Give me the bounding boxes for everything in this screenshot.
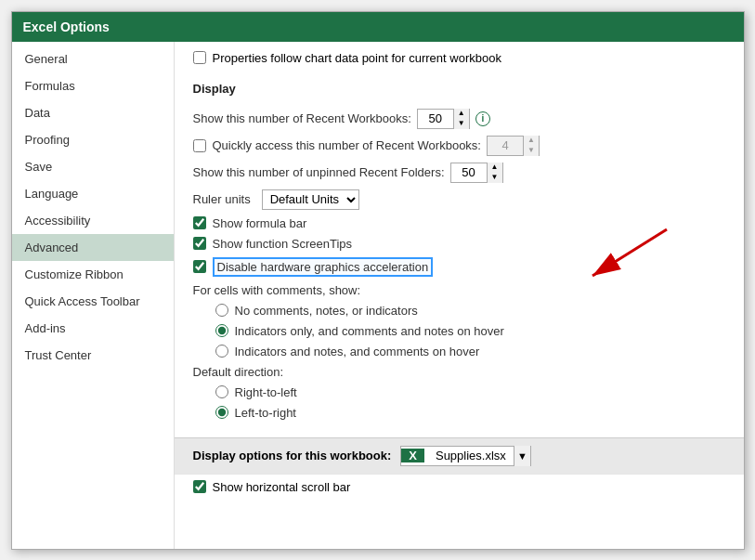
quick-access-workbooks-checkbox[interactable] [193, 139, 206, 152]
show-function-screentips-label: Show function ScreenTips [213, 237, 353, 251]
sidebar-item-data[interactable]: Data [12, 99, 174, 126]
ruler-units-select[interactable]: Default Units Inches Centimeters Millime… [262, 189, 359, 210]
no-comments-radio[interactable] [215, 304, 228, 317]
cells-with-comments-label: For cells with comments, show: [193, 283, 361, 297]
ruler-units-row: Ruler units Default Units Inches Centime… [193, 189, 725, 210]
workbook-dropdown-button[interactable]: ▼ [514, 446, 530, 466]
sidebar-item-proofing[interactable]: Proofing [12, 126, 174, 153]
dialog-title: Excel Options [23, 20, 110, 34]
quick-access-workbooks-row: Quickly access this number of Recent Wor… [193, 136, 725, 156]
indicators-only-radio[interactable] [215, 324, 228, 337]
sidebar-item-save[interactable]: Save [12, 153, 174, 180]
indicators-and-notes-row: Indicators and notes, and comments on ho… [215, 345, 725, 358]
ruler-units-label: Ruler units [193, 192, 251, 206]
disable-hardware-label: Disable hardware graphics acceleration [217, 260, 429, 274]
title-bar: Excel Options [12, 12, 744, 42]
right-to-left-radio[interactable] [215, 385, 228, 398]
recent-workbooks-info-icon[interactable]: i [475, 111, 490, 126]
display-options-workbook-header: Display options for this workbook: [193, 449, 392, 462]
display-section: Display Show this number of Recent Workb… [175, 71, 744, 437]
recent-folders-spinbox[interactable]: 50 ▲ ▼ [450, 163, 503, 183]
recent-workbooks-spinbox[interactable]: 50 ▲ ▼ [417, 109, 470, 129]
quick-access-input[interactable]: 4 [488, 137, 523, 155]
top-option-row: Properties follow chart data point for c… [175, 42, 744, 71]
show-formula-bar-label: Show formula bar [213, 216, 307, 230]
recent-folders-row: Show this number of unpinned Recent Fold… [193, 163, 725, 183]
show-formula-bar-checkbox[interactable] [193, 216, 206, 229]
default-direction-label-row: Default direction: [193, 365, 725, 379]
sidebar-item-general[interactable]: General [12, 46, 174, 72]
indicators-only-label: Indicators only, and comments and notes … [235, 324, 504, 338]
sidebar-item-trust-center[interactable]: Trust Center [12, 342, 174, 369]
red-arrow-indicator [565, 225, 676, 290]
sidebar-item-customize-ribbon[interactable]: Customize Ribbon [12, 261, 174, 288]
right-to-left-row: Right-to-left [215, 385, 725, 399]
indicators-and-notes-label: Indicators and notes, and comments on ho… [235, 345, 480, 358]
disable-hardware-highlight: Disable hardware graphics acceleration [213, 257, 434, 277]
sidebar-item-add-ins[interactable]: Add-ins [12, 315, 174, 342]
sidebar-item-quick-access-toolbar[interactable]: Quick Access Toolbar [12, 288, 174, 315]
recent-folders-spin-down[interactable]: ▼ [488, 173, 502, 183]
recent-workbooks-label: Show this number of Recent Workbooks: [193, 111, 411, 125]
workbook-select[interactable]: X Supplies.xlsx ▼ [400, 446, 531, 466]
recent-workbooks-spin-up[interactable]: ▲ [454, 109, 469, 119]
no-comments-row: No comments, notes, or indicators [215, 304, 725, 318]
recent-workbooks-input[interactable]: 50 [418, 110, 453, 128]
left-to-right-radio[interactable] [215, 406, 228, 419]
show-function-screentips-checkbox[interactable] [193, 237, 206, 250]
show-horizontal-scroll-checkbox[interactable] [193, 480, 206, 493]
recent-folders-label: Show this number of unpinned Recent Fold… [193, 165, 445, 179]
recent-workbooks-spin-buttons: ▲ ▼ [453, 109, 469, 129]
indicators-only-row: Indicators only, and comments and notes … [215, 324, 725, 338]
sidebar-item-accessibility[interactable]: Accessibility [12, 207, 174, 234]
quick-access-spin-up[interactable]: ▲ [524, 136, 539, 146]
default-direction-label: Default direction: [193, 365, 284, 379]
left-to-right-row: Left-to-right [215, 406, 725, 420]
right-to-left-label: Right-to-left [235, 385, 297, 399]
show-horizontal-scroll-label: Show horizontal scroll bar [213, 480, 351, 494]
sidebar-item-formulas[interactable]: Formulas [12, 72, 174, 99]
show-horizontal-scroll-row: Show horizontal scroll bar [175, 474, 744, 500]
properties-follow-chart-label: Properties follow chart data point for c… [213, 51, 501, 65]
sidebar-item-advanced[interactable]: Advanced [12, 234, 174, 261]
disable-hardware-checkbox[interactable] [193, 260, 206, 273]
display-section-header: Display [193, 82, 725, 99]
content-area: General Formulas Data Proofing Save Lang… [12, 42, 744, 549]
recent-folders-input[interactable]: 50 [451, 163, 487, 182]
disable-hardware-row: Disable hardware graphics acceleration [193, 257, 725, 277]
quick-access-workbooks-label: Quickly access this number of Recent Wor… [213, 138, 482, 152]
no-comments-label: No comments, notes, or indicators [235, 304, 418, 318]
quick-access-spin-down[interactable]: ▼ [524, 146, 539, 156]
recent-folders-spin-buttons: ▲ ▼ [487, 163, 502, 183]
sidebar-item-language[interactable]: Language [12, 180, 174, 207]
quick-access-spinbox[interactable]: 4 ▲ ▼ [487, 136, 540, 156]
recent-folders-spin-up[interactable]: ▲ [488, 163, 502, 173]
recent-workbooks-row: Show this number of Recent Workbooks: 50… [193, 109, 725, 129]
quick-access-spin-buttons: ▲ ▼ [523, 136, 539, 156]
properties-follow-chart-checkbox[interactable] [193, 51, 206, 64]
sidebar: General Formulas Data Proofing Save Lang… [12, 42, 175, 549]
workbook-name: Supplies.xlsx [428, 449, 514, 462]
workbook-badge: X [401, 449, 424, 462]
main-content: Properties follow chart data point for c… [175, 42, 744, 549]
indicators-and-notes-radio[interactable] [215, 345, 228, 358]
excel-options-dialog: Excel Options General Formulas Data Proo… [11, 11, 745, 550]
display-options-workbook-section: Display options for this workbook: X Sup… [175, 437, 744, 474]
left-to-right-label: Left-to-right [235, 406, 296, 420]
recent-workbooks-spin-down[interactable]: ▼ [454, 119, 469, 129]
svg-line-1 [592, 229, 667, 276]
